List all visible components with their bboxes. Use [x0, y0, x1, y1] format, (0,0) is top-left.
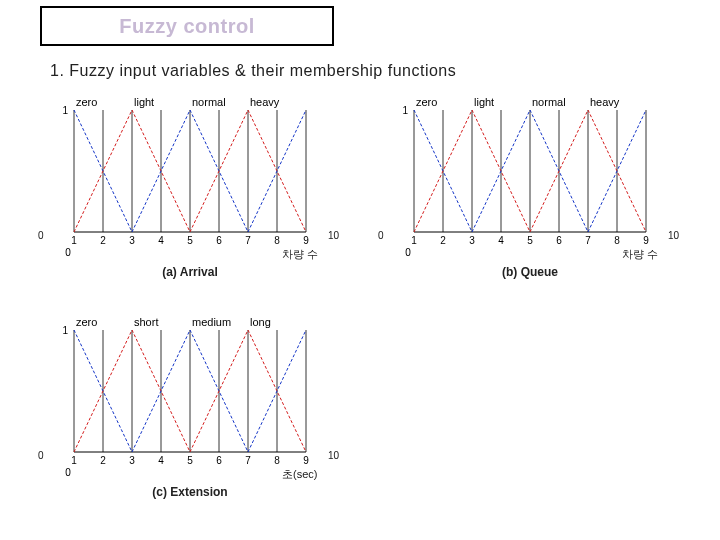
chart-queue-plot: 11234567890zerolightnormalheavy: [400, 92, 660, 247]
svg-text:4: 4: [158, 455, 164, 466]
svg-text:9: 9: [303, 235, 309, 246]
page-title: Fuzzy control: [119, 15, 254, 38]
svg-text:2: 2: [100, 235, 106, 246]
page-title-box: Fuzzy control: [40, 6, 334, 46]
outer-zero-label: 0: [38, 230, 44, 241]
svg-text:1: 1: [402, 105, 408, 116]
svg-text:heavy: heavy: [250, 96, 280, 108]
svg-text:normal: normal: [192, 96, 226, 108]
svg-text:zero: zero: [416, 96, 437, 108]
svg-text:0: 0: [405, 247, 411, 258]
svg-text:5: 5: [527, 235, 533, 246]
svg-text:light: light: [134, 96, 154, 108]
svg-text:8: 8: [614, 235, 620, 246]
svg-text:3: 3: [469, 235, 475, 246]
chart-arrival-xlabel: 차량 수: [282, 247, 318, 262]
outer-ten-label: 10: [668, 230, 679, 241]
svg-text:2: 2: [440, 235, 446, 246]
svg-text:6: 6: [216, 455, 222, 466]
svg-text:light: light: [474, 96, 494, 108]
svg-text:0: 0: [65, 467, 71, 478]
svg-text:long: long: [250, 316, 271, 328]
chart-extension-plot: 11234567890zeroshortmediumlong: [60, 312, 320, 467]
svg-text:4: 4: [498, 235, 504, 246]
chart-queue-svg: 11234567890zerolightnormalheavy: [400, 92, 660, 267]
outer-zero-label: 0: [38, 450, 44, 461]
chart-extension-svg: 11234567890zeroshortmediumlong: [60, 312, 320, 487]
svg-text:9: 9: [643, 235, 649, 246]
chart-arrival-plot: 11234567890zerolightnormalheavy: [60, 92, 320, 247]
svg-text:2: 2: [100, 455, 106, 466]
svg-text:0: 0: [65, 247, 71, 258]
outer-ten-label: 10: [328, 450, 339, 461]
svg-text:zero: zero: [76, 96, 97, 108]
svg-text:zero: zero: [76, 316, 97, 328]
svg-text:7: 7: [585, 235, 591, 246]
svg-text:5: 5: [187, 235, 193, 246]
svg-text:4: 4: [158, 235, 164, 246]
chart-queue-xlabel: 차량 수: [622, 247, 658, 262]
chart-extension-xlabel: 초(sec): [282, 467, 317, 482]
svg-text:1: 1: [62, 105, 68, 116]
svg-text:8: 8: [274, 455, 280, 466]
svg-text:normal: normal: [532, 96, 566, 108]
svg-text:7: 7: [245, 235, 251, 246]
svg-text:7: 7: [245, 455, 251, 466]
chart-queue: 0 10 11234567890zerolightnormalheavy (b)…: [400, 92, 660, 247]
svg-text:medium: medium: [192, 316, 231, 328]
chart-extension-caption: (c) Extension: [60, 485, 320, 499]
svg-text:1: 1: [411, 235, 417, 246]
chart-arrival-svg: 11234567890zerolightnormalheavy: [60, 92, 320, 267]
chart-extension: 0 10 11234567890zeroshortmediumlong (c) …: [60, 312, 320, 467]
svg-text:short: short: [134, 316, 158, 328]
chart-arrival: 0 10 11234567890zerolightnormalheavy (a)…: [60, 92, 320, 247]
section-heading: 1. Fuzzy input variables & their members…: [50, 62, 456, 80]
svg-text:heavy: heavy: [590, 96, 620, 108]
svg-text:1: 1: [71, 455, 77, 466]
svg-text:5: 5: [187, 455, 193, 466]
svg-text:9: 9: [303, 455, 309, 466]
svg-text:1: 1: [62, 325, 68, 336]
svg-text:3: 3: [129, 235, 135, 246]
svg-text:3: 3: [129, 455, 135, 466]
outer-ten-label: 10: [328, 230, 339, 241]
outer-zero-label: 0: [378, 230, 384, 241]
svg-text:6: 6: [556, 235, 562, 246]
svg-text:8: 8: [274, 235, 280, 246]
chart-queue-caption: (b) Queue: [400, 265, 660, 279]
chart-arrival-caption: (a) Arrival: [60, 265, 320, 279]
svg-text:1: 1: [71, 235, 77, 246]
svg-text:6: 6: [216, 235, 222, 246]
